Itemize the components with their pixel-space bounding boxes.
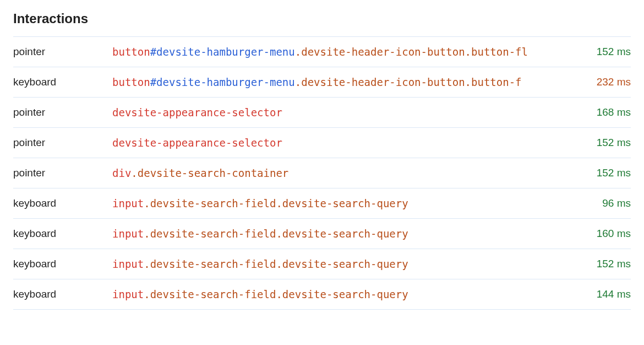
interaction-type: keyboard [13,228,112,240]
interaction-duration: 160 ms [570,228,631,240]
interaction-duration: 152 ms [570,46,631,58]
interaction-selector: input.devsite-search-field.devsite-searc… [112,197,570,209]
interaction-selector: div.devsite-search-container [112,167,570,179]
selector-class: .devsite-search-field.devsite-search-que… [144,228,408,240]
selector-element: devsite-appearance-selector [112,137,282,149]
interaction-type: keyboard [13,258,112,270]
interaction-selector: input.devsite-search-field.devsite-searc… [112,288,570,300]
interaction-type: keyboard [13,288,112,300]
interaction-type: pointer [13,167,112,179]
interaction-row[interactable]: keyboardinput.devsite-search-field.devsi… [13,249,631,279]
selector-element: button [112,76,150,88]
interaction-duration: 152 ms [570,137,631,149]
interaction-duration: 152 ms [570,258,631,270]
interaction-duration: 168 ms [570,106,631,118]
selector-element: input [112,228,144,240]
interaction-duration: 96 ms [570,197,631,209]
interaction-row[interactable]: pointerbutton#devsite-hamburger-menu.dev… [13,36,631,67]
interaction-selector: input.devsite-search-field.devsite-searc… [112,258,570,270]
selector-id: #devsite-hamburger-menu [150,46,295,58]
selector-class: .devsite-search-field.devsite-search-que… [144,288,408,300]
interaction-row[interactable]: keyboardbutton#devsite-hamburger-menu.de… [13,67,631,97]
interaction-selector: button#devsite-hamburger-menu.devsite-he… [112,76,570,88]
interaction-row[interactable]: pointerdiv.devsite-search-container152 m… [13,158,631,188]
selector-element: input [112,288,144,300]
interaction-row[interactable]: keyboardinput.devsite-search-field.devsi… [13,188,631,218]
interaction-selector: devsite-appearance-selector [112,137,570,149]
interaction-row[interactable]: keyboardinput.devsite-search-field.devsi… [13,218,631,249]
interaction-type: keyboard [13,197,112,209]
selector-element: button [112,46,150,58]
interaction-row[interactable]: keyboardinput.devsite-search-field.devsi… [13,279,631,310]
selector-element: input [112,258,144,270]
selector-class: .devsite-header-icon-button.button-fl [295,46,528,58]
interaction-duration: 144 ms [570,288,631,300]
interactions-list: pointerbutton#devsite-hamburger-menu.dev… [13,36,631,310]
interaction-selector: input.devsite-search-field.devsite-searc… [112,228,570,240]
interaction-duration: 232 ms [570,76,631,88]
interaction-duration: 152 ms [570,167,631,179]
selector-class: .devsite-search-container [131,167,288,179]
selector-element: devsite-appearance-selector [112,106,282,118]
interaction-type: pointer [13,137,112,149]
interaction-type: keyboard [13,76,112,88]
section-title: Interactions [13,11,631,26]
interaction-selector: button#devsite-hamburger-menu.devsite-he… [112,46,570,58]
interaction-row[interactable]: pointerdevsite-appearance-selector152 ms [13,127,631,158]
selector-element: div [112,167,131,179]
interaction-type: pointer [13,46,112,58]
selector-class: .devsite-header-icon-button.button-f [295,76,522,88]
selector-class: .devsite-search-field.devsite-search-que… [144,197,408,209]
interaction-row[interactable]: pointerdevsite-appearance-selector168 ms [13,97,631,127]
selector-element: input [112,197,144,209]
selector-class: .devsite-search-field.devsite-search-que… [144,258,408,270]
interaction-selector: devsite-appearance-selector [112,106,570,118]
interaction-type: pointer [13,106,112,118]
selector-id: #devsite-hamburger-menu [150,76,295,88]
